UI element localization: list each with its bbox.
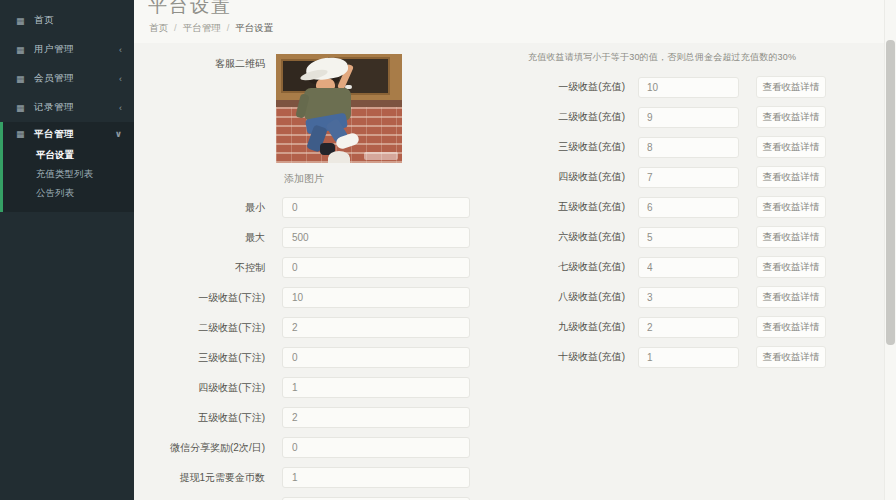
- view-earnings-detail-button[interactable]: 查看收益详情: [756, 166, 826, 188]
- form-row-withdraw-coin-count: 提现1元需要金币数: [134, 467, 470, 488]
- recharge-level-1-input[interactable]: [638, 77, 739, 98]
- view-earnings-detail-button[interactable]: 查看收益详情: [756, 286, 826, 308]
- grid-icon: ▦: [16, 103, 30, 113]
- grid-icon: ▦: [16, 129, 30, 139]
- grid-icon: ▦: [16, 74, 30, 84]
- recharge-level-9-input[interactable]: [638, 317, 739, 338]
- sidebar-item-record-management[interactable]: ▦ 记录管理 ‹: [0, 93, 134, 122]
- breadcrumb-home[interactable]: 首页: [149, 22, 168, 33]
- scrollbar-track[interactable]: [884, 0, 896, 500]
- min-input[interactable]: [282, 197, 470, 218]
- recharge-level-7-input[interactable]: [638, 257, 739, 278]
- breadcrumb-current: 平台设置: [235, 22, 273, 33]
- recharge-level-2-input[interactable]: [638, 107, 739, 128]
- view-earnings-detail-button[interactable]: 查看收益详情: [756, 226, 826, 248]
- sidebar-item-member-management[interactable]: ▦ 会员管理 ‹: [0, 64, 134, 93]
- sidebar-item-label: 首页: [34, 14, 122, 27]
- breadcrumb-separator: /: [227, 22, 230, 33]
- platform-settings-page: ▦ 首页 ▦ 用户管理 ‹ ▦ 会员管理 ‹ ▦ 记录管理 ‹ ▦ 平台管理 ∨: [0, 0, 896, 500]
- form-row-recharge-level-5: 五级收益(充值) 查看收益详情: [530, 196, 826, 218]
- sidebar-item-home[interactable]: ▦ 首页: [0, 6, 134, 35]
- wechat-share-reward-input[interactable]: [282, 437, 470, 458]
- bet-level-1-input[interactable]: [282, 287, 470, 308]
- view-earnings-detail-button[interactable]: 查看收益详情: [756, 316, 826, 338]
- sidebar-subitem-label: 平台设置: [36, 149, 74, 162]
- bet-level-4-input[interactable]: [282, 377, 470, 398]
- sidebar-subitem-label: 公告列表: [36, 187, 74, 200]
- field-label: 提现1元需要金币数: [134, 471, 265, 485]
- chevron-left-icon: ‹: [119, 45, 122, 55]
- sidebar-subitem-announcement-list[interactable]: 公告列表: [3, 184, 134, 203]
- field-label: 五级收益(充值): [530, 200, 625, 214]
- recharge-level-10-input[interactable]: [638, 347, 739, 368]
- page-title: 平台设置: [148, 0, 232, 19]
- bet-level-3-input[interactable]: [282, 347, 470, 368]
- grid-icon: ▦: [16, 16, 30, 26]
- breadcrumb-separator: /: [174, 22, 177, 33]
- bet-level-5-input[interactable]: [282, 407, 470, 428]
- recharge-level-6-input[interactable]: [638, 227, 739, 248]
- add-image-link[interactable]: 添加图片: [284, 172, 324, 186]
- sidebar-item-platform-management[interactable]: ▦ 平台管理 ∨: [3, 122, 134, 146]
- view-earnings-detail-button[interactable]: 查看收益详情: [756, 196, 826, 218]
- form-row-min: 最小: [134, 197, 470, 218]
- field-label: 七级收益(充值): [530, 260, 625, 274]
- sidebar-subitem-platform-settings[interactable]: 平台设置: [3, 146, 134, 165]
- form-row-recharge-level-7: 七级收益(充值) 查看收益详情: [530, 256, 826, 278]
- field-label: 四级收益(充值): [530, 170, 625, 184]
- no-control-input[interactable]: [282, 257, 470, 278]
- form-row-recharge-level-2: 二级收益(充值) 查看收益详情: [530, 106, 826, 128]
- bet-level-2-input[interactable]: [282, 317, 470, 338]
- field-label: 三级收益(充值): [530, 140, 625, 154]
- recharge-level-4-input[interactable]: [638, 167, 739, 188]
- field-label: 五级收益(下注): [134, 411, 265, 425]
- view-earnings-detail-button[interactable]: 查看收益详情: [756, 256, 826, 278]
- breadcrumb-platform-management[interactable]: 平台管理: [183, 22, 221, 33]
- photo-white-cloth: [328, 151, 350, 163]
- chevron-left-icon: ‹: [119, 74, 122, 84]
- recharge-level-3-input[interactable]: [638, 137, 739, 158]
- field-label: 九级收益(充值): [530, 320, 625, 334]
- form-row-recharge-level-4: 四级收益(充值) 查看收益详情: [530, 166, 826, 188]
- sidebar-item-label: 记录管理: [34, 101, 119, 114]
- form-row-recharge-level-8: 八级收益(充值) 查看收益详情: [530, 286, 826, 308]
- main-content: 平台设置 首页/平台管理/平台设置 客服二维码: [134, 0, 896, 500]
- field-label: 二级收益(下注): [134, 321, 265, 335]
- sidebar-subitem-recharge-type-list[interactable]: 充值类型列表: [3, 165, 134, 184]
- view-earnings-detail-button[interactable]: 查看收益详情: [756, 136, 826, 158]
- photo-watermark: [364, 152, 398, 160]
- qr-code-label: 客服二维码: [134, 57, 265, 71]
- form-row-recharge-level-3: 三级收益(充值) 查看收益详情: [530, 136, 826, 158]
- field-label: 六级收益(充值): [530, 230, 625, 244]
- chevron-down-icon: ∨: [115, 129, 122, 139]
- view-earnings-detail-button[interactable]: 查看收益详情: [756, 106, 826, 128]
- form-row-wechat-share-reward: 微信分享奖励(2次/日): [134, 437, 470, 458]
- field-label: 四级收益(下注): [134, 381, 265, 395]
- recharge-level-8-input[interactable]: [638, 287, 739, 308]
- page-header: 平台设置 首页/平台管理/平台设置: [134, 0, 896, 43]
- recharge-note: 充值收益请填写小于等于30的值，否则总佣金会超过充值数的30%: [528, 51, 796, 64]
- field-label: 十级收益(充值): [530, 350, 625, 364]
- view-earnings-detail-button[interactable]: 查看收益详情: [756, 76, 826, 98]
- sidebar-item-user-management[interactable]: ▦ 用户管理 ‹: [0, 35, 134, 64]
- field-label: 不控制: [134, 261, 265, 275]
- left-form: 最小 最大 不控制 一级收益(下注) 二级收益(下注) 三级收益(下注): [134, 197, 470, 497]
- field-label: 三级收益(下注): [134, 351, 265, 365]
- form-row-bet-level-1: 一级收益(下注): [134, 287, 470, 308]
- sidebar-group-platform-management: ▦ 平台管理 ∨ 平台设置 充值类型列表 公告列表: [0, 122, 134, 212]
- recharge-level-5-input[interactable]: [638, 197, 739, 218]
- scrollbar-thumb[interactable]: [886, 40, 895, 345]
- grid-icon: ▦: [16, 45, 30, 55]
- field-label: 八级收益(充值): [530, 290, 625, 304]
- form-row-bet-level-2: 二级收益(下注): [134, 317, 470, 338]
- form-row-recharge-level-10: 十级收益(充值) 查看收益详情: [530, 346, 826, 368]
- view-earnings-detail-button[interactable]: 查看收益详情: [756, 346, 826, 368]
- sidebar-item-label: 会员管理: [34, 72, 119, 85]
- field-label: 二级收益(充值): [530, 110, 625, 124]
- field-label: 最小: [134, 201, 265, 215]
- withdraw-coin-count-input[interactable]: [282, 467, 470, 488]
- customer-service-image[interactable]: [276, 54, 402, 163]
- max-input[interactable]: [282, 227, 470, 248]
- form-row-max: 最大: [134, 227, 470, 248]
- form-row-bet-level-5: 五级收益(下注): [134, 407, 470, 428]
